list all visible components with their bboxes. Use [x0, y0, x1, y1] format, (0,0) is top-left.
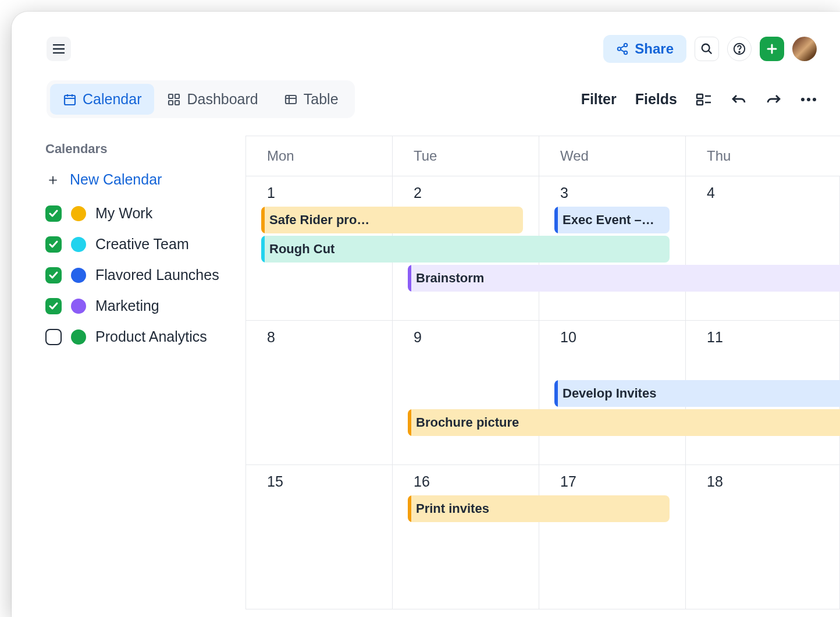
event-stripe: [261, 207, 265, 233]
event-stripe: [408, 409, 411, 436]
checkbox[interactable]: [45, 205, 62, 222]
undo-icon: [731, 93, 747, 107]
color-dot: [71, 237, 86, 252]
day-number: 2: [414, 185, 539, 201]
plus-icon: ＋: [45, 169, 60, 190]
calendar-item[interactable]: My Work: [45, 205, 234, 222]
tab-table[interactable]: Table: [271, 84, 351, 115]
layout-button[interactable]: [696, 93, 712, 107]
hamburger-menu[interactable]: [47, 37, 71, 61]
tab-dashboard[interactable]: Dashboard: [154, 84, 270, 115]
event-label: Develop Invites: [563, 386, 656, 401]
day-number: 16: [414, 473, 539, 490]
event-stripe: [408, 265, 411, 292]
event-stripe: [554, 380, 558, 407]
day-number: 4: [707, 185, 839, 201]
search-icon: [700, 42, 713, 55]
help-button[interactable]: [727, 37, 752, 61]
calendar-week: 891011Develop InvitesBrochure picture: [246, 321, 840, 465]
new-calendar-button[interactable]: ＋ New Calendar: [45, 169, 234, 190]
svg-rect-12: [697, 94, 703, 98]
table-icon: [284, 93, 298, 107]
more-icon: [800, 97, 817, 102]
tab-calendar[interactable]: Calendar: [50, 84, 154, 115]
svg-point-5: [739, 52, 740, 53]
calendar-event[interactable]: Brainstorm: [408, 265, 840, 292]
event-label: Safe Rider pro…: [269, 212, 369, 228]
avatar[interactable]: [792, 37, 817, 61]
color-dot: [71, 329, 86, 345]
svg-rect-13: [697, 101, 703, 105]
svg-point-16: [813, 98, 816, 101]
svg-rect-8: [175, 94, 179, 98]
calendar-day[interactable]: 18: [686, 465, 840, 609]
calendar-event[interactable]: Brochure picture: [408, 409, 840, 436]
add-button[interactable]: [760, 37, 784, 61]
calendar-day[interactable]: 8: [246, 321, 393, 464]
color-dot: [71, 206, 86, 221]
checkbox[interactable]: [45, 298, 62, 314]
calendar-day[interactable]: 17: [539, 465, 686, 609]
event-label: Brainstorm: [416, 271, 484, 286]
calendar-event[interactable]: Exec Event –…: [554, 207, 670, 233]
event-stripe: [408, 495, 411, 522]
redo-icon: [766, 93, 782, 107]
event-stripe: [261, 236, 265, 263]
calendar-item[interactable]: Marketing: [45, 297, 234, 314]
filter-button[interactable]: Filter: [581, 91, 617, 108]
day-number: 15: [267, 473, 392, 490]
hamburger-icon: [53, 44, 65, 54]
day-number: 8: [267, 329, 392, 346]
day-header: Thu: [686, 136, 840, 176]
svg-rect-6: [65, 95, 75, 105]
checkbox[interactable]: [45, 236, 62, 253]
calendar-item[interactable]: Flavored Launches: [45, 267, 234, 283]
event-stripe: [554, 207, 558, 233]
undo-button[interactable]: [731, 93, 747, 107]
search-button[interactable]: [695, 37, 719, 61]
fields-button[interactable]: Fields: [635, 91, 677, 108]
calendar-day[interactable]: 4: [686, 176, 840, 320]
layout-icon: [696, 93, 712, 107]
svg-point-1: [618, 47, 621, 51]
calendar-event[interactable]: Safe Rider pro…: [261, 207, 523, 233]
share-label: Share: [635, 41, 674, 57]
color-dot: [71, 299, 86, 314]
svg-rect-11: [286, 95, 296, 104]
day-number: 11: [707, 329, 839, 346]
calendar-label: Marketing: [95, 297, 159, 314]
calendar-day[interactable]: 16: [393, 465, 539, 609]
calendar-event[interactable]: Rough Cut: [261, 236, 670, 263]
new-calendar-label: New Calendar: [70, 171, 162, 188]
event-label: Exec Event –…: [563, 212, 654, 228]
svg-rect-7: [169, 94, 173, 98]
redo-button[interactable]: [766, 93, 782, 107]
checkbox[interactable]: [45, 329, 62, 345]
help-icon: [733, 42, 746, 55]
calendar-label: Creative Team: [95, 236, 189, 253]
day-number: 10: [560, 329, 685, 346]
calendar-week: 15161718Print invites: [246, 465, 840, 609]
event-label: Rough Cut: [269, 242, 334, 257]
checkbox[interactable]: [45, 267, 62, 283]
calendar-label: My Work: [95, 205, 152, 222]
day-number: 9: [414, 329, 539, 346]
calendar-day[interactable]: 15: [246, 465, 393, 609]
calendar-event[interactable]: Print invites: [408, 495, 670, 522]
day-number: 3: [560, 185, 685, 201]
share-icon: [616, 42, 629, 55]
calendar-day[interactable]: 9: [393, 321, 539, 464]
calendar-icon: [63, 93, 77, 107]
svg-rect-10: [175, 101, 179, 105]
calendar-item[interactable]: Creative Team: [45, 236, 234, 253]
calendar-label: Flavored Launches: [95, 267, 219, 283]
share-button[interactable]: Share: [603, 35, 686, 63]
view-tabs: Calendar Dashboard Table: [47, 80, 355, 118]
dashboard-icon: [167, 93, 181, 107]
svg-point-0: [624, 44, 628, 47]
day-number: 17: [560, 473, 685, 490]
calendar-event[interactable]: Develop Invites: [554, 380, 840, 407]
svg-point-2: [624, 51, 628, 55]
more-button[interactable]: [800, 97, 817, 102]
calendar-item[interactable]: Product Analytics: [45, 328, 234, 345]
